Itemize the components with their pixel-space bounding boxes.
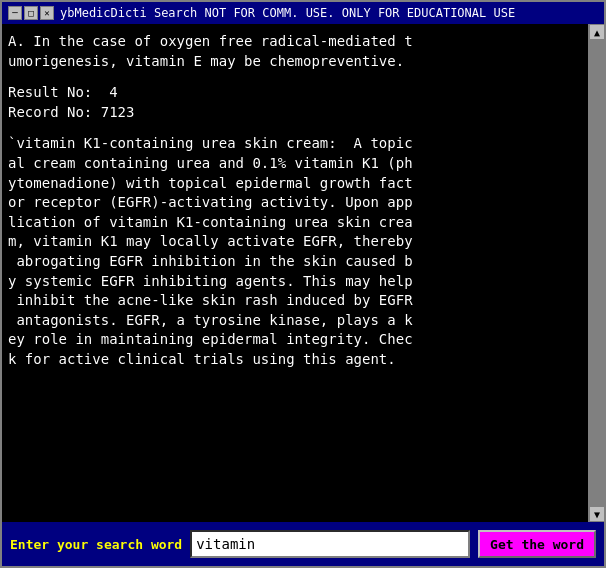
scroll-up-button[interactable]: ▲	[589, 24, 604, 40]
paragraph1: A. In the case of oxygen free radical-me…	[8, 32, 582, 71]
main-window: ─ □ ✕ ybMedicDicti Search NOT FOR COMM. …	[0, 0, 606, 568]
search-label: Enter your search word	[10, 537, 182, 552]
result-label: Result No: 4	[8, 83, 582, 103]
window-title: ybMedicDicti Search NOT FOR COMM. USE. O…	[60, 6, 515, 20]
scroll-down-button[interactable]: ▼	[589, 506, 604, 522]
paragraph2: `vitamin K1-containing urea skin cream: …	[8, 134, 582, 369]
search-input[interactable]	[190, 530, 470, 558]
title-bar-buttons: ─ □ ✕	[8, 6, 54, 20]
scrollbar[interactable]: ▲ ▼	[588, 24, 604, 522]
scroll-track[interactable]	[589, 40, 604, 506]
title-bar: ─ □ ✕ ybMedicDicti Search NOT FOR COMM. …	[2, 2, 604, 24]
bottom-bar: Enter your search word Get the word	[2, 522, 604, 566]
main-content: A. In the case of oxygen free radical-me…	[2, 24, 588, 522]
get-word-button[interactable]: Get the word	[478, 530, 596, 558]
restore-button[interactable]: □	[24, 6, 38, 20]
close-button[interactable]: ✕	[40, 6, 54, 20]
minimize-button[interactable]: ─	[8, 6, 22, 20]
record-label: Record No: 7123	[8, 103, 582, 123]
content-area: A. In the case of oxygen free radical-me…	[2, 24, 604, 522]
